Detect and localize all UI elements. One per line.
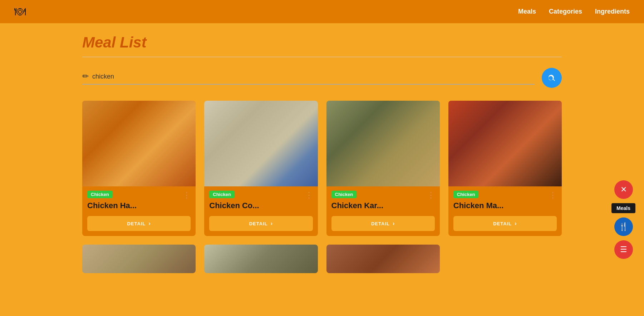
detail-button-2[interactable]: DETAIL › [209,216,313,231]
partial-card-1 [82,245,196,273]
fork-knife-icon: 🍴 [619,222,628,231]
meal-card-4: Chicken ⋮ Chicken Ma... DETAIL › [448,101,562,236]
search-input[interactable] [92,71,535,82]
detail-label-2: DETAIL [249,221,268,226]
detail-arrow-4: › [515,220,517,227]
meal-card-1-title: Chicken Ha... [87,201,191,210]
nav-meals[interactable]: Meals [518,8,536,15]
partial-card-2 [204,245,318,273]
detail-arrow-3: › [393,220,395,227]
search-container: ✏ [82,68,562,88]
meal-card-3: Chicken ⋮ Chicken Kar... DETAIL › [326,101,440,236]
meal-card-3-body: Chicken ⋮ Chicken Kar... DETAIL › [326,186,440,236]
meal-card-4-top: Chicken ⋮ [453,191,557,201]
detail-arrow-1: › [148,220,151,227]
search-wrapper: ✏ [82,71,535,85]
card-menu-icon-1[interactable]: ⋮ [183,191,191,199]
partial-card-3 [326,245,440,273]
detail-label-3: DETAIL [371,221,390,226]
meal-card-1-body: Chicken ⋮ Chicken Ha... DETAIL › [82,186,196,236]
close-icon: ✕ [620,185,627,194]
detail-arrow-2: › [271,220,273,227]
fab-fork-knife-button[interactable]: 🍴 [614,217,633,236]
meal-card-4-title: Chicken Ma... [453,201,557,210]
card-menu-icon-3[interactable]: ⋮ [427,191,435,199]
search-button[interactable] [542,68,562,88]
meal-card-3-title: Chicken Kar... [331,201,435,210]
page-title: Meal List [82,34,562,51]
meal-card-2-top: Chicken ⋮ [209,191,313,201]
category-badge-4: Chicken [453,191,479,198]
detail-button-4[interactable]: DETAIL › [453,216,557,231]
divider [82,57,562,57]
detail-label-1: DETAIL [127,221,146,226]
detail-button-1[interactable]: DETAIL › [87,216,191,231]
meal-card-3-top: Chicken ⋮ [331,191,435,201]
meal-card-2-image [204,101,318,186]
detail-label-4: DETAIL [493,221,512,226]
meal-card-4-body: Chicken ⋮ Chicken Ma... DETAIL › [448,186,562,236]
meal-card-2-body: Chicken ⋮ Chicken Co... DETAIL › [204,186,318,236]
fab-close-button[interactable]: ✕ [614,180,633,199]
main-content: Meal List ✏ Chicken ⋮ Chicken Ha... [0,23,644,287]
meal-card-1-top: Chicken ⋮ [87,191,191,201]
meal-card-2-title: Chicken Co... [209,201,313,210]
pencil-icon: ✏ [82,72,89,81]
detail-button-3[interactable]: DETAIL › [331,216,435,231]
meal-cards-grid: Chicken ⋮ Chicken Ha... DETAIL › Chicken… [82,101,562,236]
logo-icon: 🍽 [14,5,26,18]
partial-cards-row [82,245,562,273]
fab-meals-label: Meals [611,203,635,213]
category-badge-3: Chicken [331,191,357,198]
fab-menu-button[interactable]: ☰ [614,240,633,259]
app-header: 🍽 Meals Categories Ingredients [0,0,644,23]
menu-icon: ☰ [620,245,627,254]
card-menu-icon-2[interactable]: ⋮ [305,191,313,199]
nav-ingredients[interactable]: Ingredients [595,8,630,15]
fab-container: ✕ Meals 🍴 ☰ [611,180,635,259]
nav-categories[interactable]: Categories [549,8,582,15]
logo: 🍽 [14,5,26,18]
card-menu-icon-4[interactable]: ⋮ [549,191,557,199]
meal-card-1-image [82,101,196,186]
main-nav: Meals Categories Ingredients [518,8,630,15]
meal-card-1: Chicken ⋮ Chicken Ha... DETAIL › [82,101,196,236]
search-icon [547,74,556,82]
category-badge-1: Chicken [87,191,113,198]
category-badge-2: Chicken [209,191,235,198]
meal-card-2: Chicken ⋮ Chicken Co... DETAIL › [204,101,318,236]
partial-card-4 [448,245,562,273]
meal-card-4-image [448,101,562,186]
meal-card-3-image [326,101,440,186]
